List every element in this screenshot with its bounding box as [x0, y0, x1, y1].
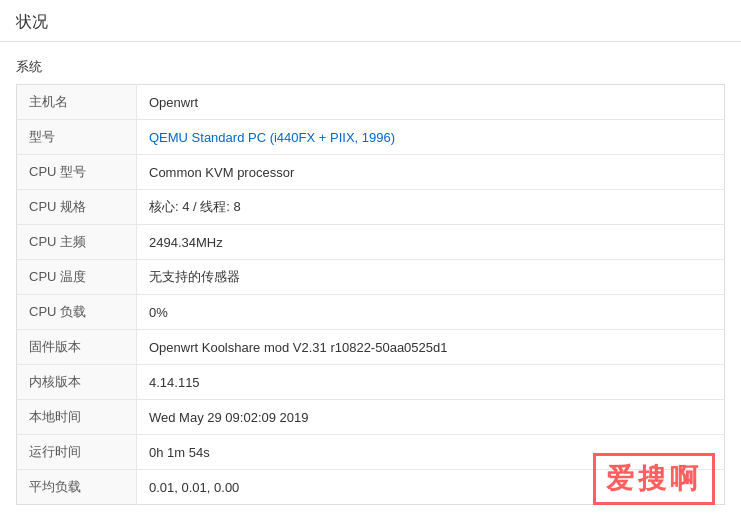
row-label: CPU 规格 [17, 190, 137, 225]
row-value: Openwrt Koolshare mod V2.31 r10822-50aa0… [137, 330, 725, 365]
row-value: 2494.34MHz [137, 225, 725, 260]
row-value: 核心: 4 / 线程: 8 [137, 190, 725, 225]
row-label: 内核版本 [17, 365, 137, 400]
row-value: 0% [137, 295, 725, 330]
row-label: CPU 负载 [17, 295, 137, 330]
row-link[interactable]: QEMU Standard PC (i440FX + PIIX, 1996) [149, 130, 395, 145]
row-label: 运行时间 [17, 435, 137, 470]
table-row: 本地时间Wed May 29 09:02:09 2019 [17, 400, 725, 435]
row-label: 固件版本 [17, 330, 137, 365]
row-label: CPU 型号 [17, 155, 137, 190]
info-table: 主机名Openwrt型号QEMU Standard PC (i440FX + P… [16, 84, 725, 505]
system-section: 系统 主机名Openwrt型号QEMU Standard PC (i440FX … [0, 42, 741, 505]
row-label: CPU 主频 [17, 225, 137, 260]
table-row: CPU 负载0% [17, 295, 725, 330]
row-value: Common KVM processor [137, 155, 725, 190]
row-label: 型号 [17, 120, 137, 155]
table-row: 内核版本4.14.115 [17, 365, 725, 400]
table-row: CPU 型号Common KVM processor [17, 155, 725, 190]
page-title: 状况 [0, 0, 741, 42]
table-row: 平均负载0.01, 0.01, 0.00 [17, 470, 725, 505]
table-row: 运行时间0h 1m 54s [17, 435, 725, 470]
table-row: 固件版本Openwrt Koolshare mod V2.31 r10822-5… [17, 330, 725, 365]
row-value: Openwrt [137, 85, 725, 120]
row-label: 本地时间 [17, 400, 137, 435]
row-value: 4.14.115 [137, 365, 725, 400]
row-label: 主机名 [17, 85, 137, 120]
row-value: Wed May 29 09:02:09 2019 [137, 400, 725, 435]
title-text: 状况 [16, 13, 48, 30]
row-value: 0h 1m 54s [137, 435, 725, 470]
table-row: CPU 温度无支持的传感器 [17, 260, 725, 295]
table-row: 型号QEMU Standard PC (i440FX + PIIX, 1996) [17, 120, 725, 155]
row-value: 0.01, 0.01, 0.00 [137, 470, 725, 505]
row-value: QEMU Standard PC (i440FX + PIIX, 1996) [137, 120, 725, 155]
row-label: 平均负载 [17, 470, 137, 505]
table-row: CPU 主频2494.34MHz [17, 225, 725, 260]
table-row: CPU 规格核心: 4 / 线程: 8 [17, 190, 725, 225]
row-label: CPU 温度 [17, 260, 137, 295]
table-wrapper: 主机名Openwrt型号QEMU Standard PC (i440FX + P… [16, 84, 725, 505]
section-title: 系统 [16, 58, 725, 76]
table-row: 主机名Openwrt [17, 85, 725, 120]
row-value: 无支持的传感器 [137, 260, 725, 295]
